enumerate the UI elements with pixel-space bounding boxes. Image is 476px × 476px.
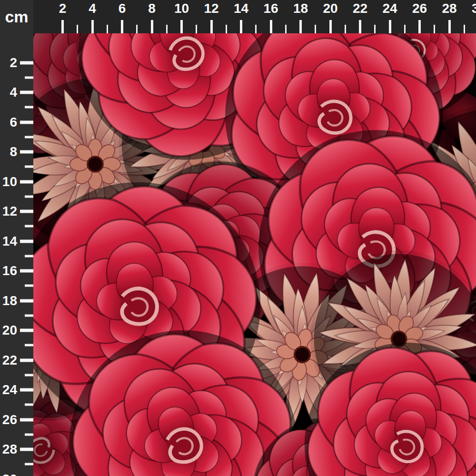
ruler-left: 24681012141618202224262830 — [0, 0, 33, 476]
ruler-left-number: 26 — [0, 413, 17, 426]
ruler-left-number: 6 — [0, 116, 17, 129]
ruler-left-number: 4 — [0, 86, 17, 99]
ruler-top-number: 14 — [234, 2, 248, 15]
ruler-left-tick-minor — [25, 106, 33, 109]
ruler-left-tick-minor — [25, 76, 33, 79]
ruler-top-number: 30 — [472, 2, 476, 15]
ruler-left-tick-minor — [25, 344, 33, 347]
ruler-top-number: 26 — [412, 2, 427, 15]
ruler-top-tick-major — [210, 20, 213, 33]
ruler-left-number: 20 — [0, 324, 17, 337]
ruler-left-tick-minor — [25, 374, 33, 376]
ruler-top-tick-major — [151, 20, 153, 33]
ruler-left-number: 14 — [0, 235, 17, 248]
ruler-left-tick-minor — [25, 166, 33, 168]
ruler-left-tick-major — [20, 269, 33, 273]
ruler-top: 24681012141618202224262830 — [0, 0, 476, 33]
ruler-left-tick-major — [20, 180, 33, 183]
ruler-top-number: 22 — [353, 2, 367, 15]
ruler-top-tick-minor — [374, 25, 376, 33]
ruler-unit-label: cm — [0, 0, 33, 33]
ruler-top-number: 24 — [382, 2, 397, 15]
ruler-top-tick-major — [61, 20, 64, 33]
ruler-top-tick-major — [240, 20, 242, 33]
ruler-left-number: 28 — [0, 443, 17, 456]
ruler-left-tick-major — [20, 299, 33, 302]
ruler-left-number: 22 — [0, 354, 17, 367]
ruler-left-tick-minor — [25, 285, 33, 287]
ruler-top-tick-minor — [404, 25, 406, 33]
ruler-left-tick-minor — [25, 225, 33, 228]
ruler-top-tick-major — [329, 20, 332, 33]
ruler-top-tick-minor — [77, 25, 78, 33]
fabric-swatch-preview: 24681012141618202224262830 2468101214161… — [0, 0, 476, 476]
ruler-top-number: 8 — [148, 2, 156, 15]
ruler-top-number: 12 — [204, 2, 218, 15]
ruler-top-tick-major — [270, 20, 272, 33]
ruler-left-number: 24 — [0, 383, 17, 397]
ruler-top-tick-minor — [434, 25, 435, 33]
ruler-top-number: 4 — [89, 2, 96, 15]
ruler-top-number: 16 — [263, 2, 278, 15]
ruler-top-number: 20 — [323, 2, 337, 15]
ruler-top-tick-minor — [315, 25, 316, 33]
ruler-top-tick-major — [121, 20, 123, 33]
ruler-left-tick-minor — [25, 195, 33, 198]
ruler-top-number: 6 — [119, 2, 126, 15]
ruler-top-tick-major — [418, 20, 421, 33]
ruler-left-number: 18 — [0, 294, 17, 307]
ruler-left-tick-minor — [25, 136, 33, 138]
ruler-left-number: 30 — [0, 473, 17, 476]
ruler-left-tick-minor — [25, 433, 33, 436]
ruler-left-tick-major — [20, 120, 33, 124]
ruler-top-tick-minor — [345, 25, 346, 33]
ruler-left-tick-minor — [25, 255, 33, 257]
unit-label-text: cm — [5, 8, 28, 26]
ruler-left-tick-major — [20, 210, 33, 213]
ruler-top-tick-minor — [196, 25, 197, 33]
ruler-top-number: 10 — [174, 2, 189, 15]
ruler-top-tick-minor — [285, 25, 287, 33]
fabric-pattern-image — [33, 33, 476, 476]
ruler-top-tick-minor — [464, 25, 465, 33]
ruler-left-number: 2 — [0, 56, 17, 69]
ruler-left-tick-major — [20, 448, 33, 451]
fabric-preview-area — [33, 33, 476, 476]
ruler-left-tick-major — [20, 150, 33, 154]
ruler-left-tick-major — [20, 239, 33, 243]
ruler-left-tick-minor — [25, 314, 33, 317]
ruler-left-tick-minor — [25, 463, 33, 466]
ruler-top-tick-minor — [255, 25, 257, 33]
ruler-left-number: 12 — [0, 205, 17, 218]
ruler-top-tick-major — [448, 20, 451, 33]
ruler-top-tick-major — [91, 20, 94, 33]
ruler-top-tick-major — [389, 20, 391, 33]
ruler-top-tick-minor — [226, 25, 227, 33]
ruler-left-number: 16 — [0, 264, 17, 278]
ruler-top-tick-major — [359, 20, 361, 33]
ruler-left-tick-major — [20, 358, 33, 362]
ruler-top-tick-major — [180, 20, 183, 33]
ruler-left-tick-major — [20, 61, 33, 64]
ruler-left-tick-minor — [25, 404, 33, 406]
ruler-left-number: 10 — [0, 175, 17, 188]
ruler-top-number: 28 — [442, 2, 456, 15]
ruler-top-number: 2 — [59, 2, 67, 15]
ruler-top-number: 18 — [293, 2, 308, 15]
ruler-top-tick-minor — [107, 25, 108, 33]
ruler-top-tick-minor — [166, 25, 168, 33]
ruler-left-tick-major — [20, 388, 33, 392]
ruler-left-tick-major — [20, 418, 33, 421]
ruler-left-tick-major — [20, 91, 33, 94]
ruler-top-tick-major — [299, 20, 302, 33]
ruler-left-number: 8 — [0, 145, 17, 159]
ruler-top-tick-minor — [136, 25, 138, 33]
ruler-left-tick-major — [20, 329, 33, 332]
